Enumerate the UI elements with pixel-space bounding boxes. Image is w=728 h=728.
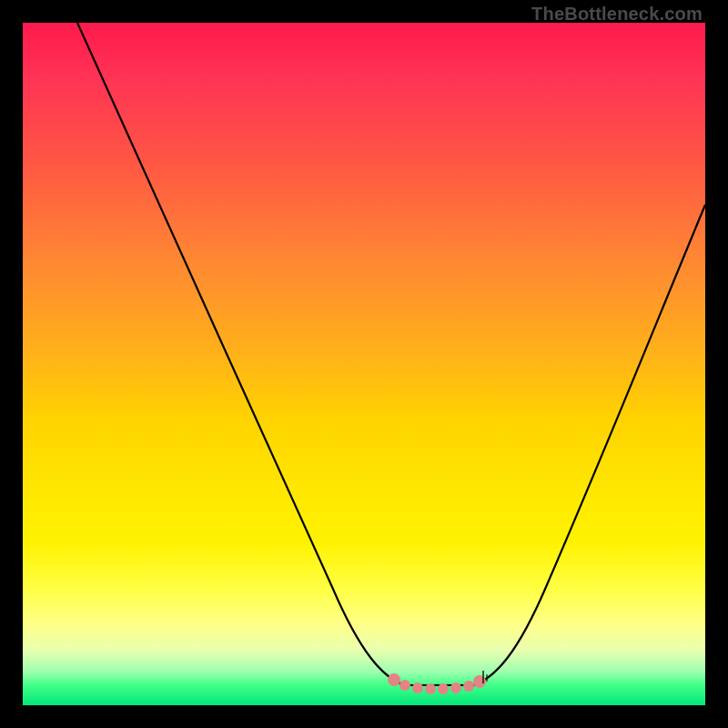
chart-frame: TheBottleneck.com (0, 0, 728, 728)
svg-point-7 (473, 675, 486, 688)
svg-point-6 (463, 681, 474, 692)
svg-point-1 (399, 680, 410, 691)
bottleneck-curve-svg (23, 23, 705, 705)
svg-point-5 (450, 682, 461, 693)
bottleneck-curve-path (77, 23, 705, 685)
optimal-range-marker (388, 671, 487, 694)
svg-point-3 (425, 683, 436, 694)
svg-point-0 (388, 673, 400, 686)
svg-point-4 (438, 683, 449, 694)
svg-point-2 (412, 682, 423, 693)
brand-watermark: TheBottleneck.com (531, 4, 703, 25)
